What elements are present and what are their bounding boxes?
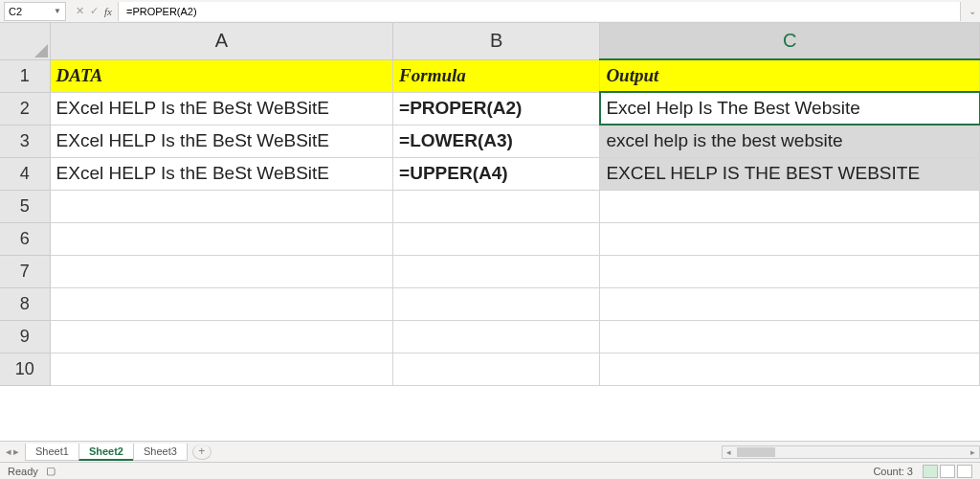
tab-prev-icon[interactable]: ◂ <box>6 445 11 458</box>
tab-next-icon[interactable]: ▸ <box>13 445 19 458</box>
tab-nav: ◂ ▸ <box>0 445 25 458</box>
cell-C10[interactable] <box>600 353 980 385</box>
expand-formula-bar-icon[interactable]: ⌄ <box>965 6 980 16</box>
cell-B7[interactable] <box>393 255 600 287</box>
cell-A10[interactable] <box>50 353 393 385</box>
cell-B8[interactable] <box>393 287 600 320</box>
accept-icon[interactable]: ✓ <box>90 5 99 17</box>
view-page-break-icon[interactable] <box>957 465 972 478</box>
scroll-thumb[interactable] <box>737 447 775 457</box>
row-header-8[interactable]: 8 <box>0 287 50 320</box>
spreadsheet-grid: A B C 1DATAFormulaOutput2EXcel HELP Is t… <box>0 23 980 435</box>
fx-icon[interactable]: fx <box>104 6 112 17</box>
col-header-C[interactable]: C <box>600 23 980 59</box>
cell-B4[interactable]: =UPPER(A4) <box>393 157 600 190</box>
cell-C3[interactable]: excel help is the best website <box>600 125 980 157</box>
cell-C9[interactable] <box>600 320 980 353</box>
cell-C6[interactable] <box>600 222 980 255</box>
row-header-5[interactable]: 5 <box>0 190 50 222</box>
name-box-value: C2 <box>9 6 22 17</box>
cell-C2[interactable]: Excel Help Is The Best Website <box>600 92 980 125</box>
cell-A1[interactable]: DATA <box>50 59 393 92</box>
horizontal-scrollbar[interactable]: ◂ ▸ <box>722 445 980 459</box>
sheet-tab-sheet3[interactable]: Sheet3 <box>133 444 188 461</box>
cell-B5[interactable] <box>393 190 600 222</box>
row-header-6[interactable]: 6 <box>0 222 50 255</box>
cell-B3[interactable]: =LOWER(A3) <box>393 125 600 157</box>
cell-A8[interactable] <box>50 287 393 320</box>
cancel-icon[interactable]: ✕ <box>76 5 84 17</box>
cell-C5[interactable] <box>600 190 980 222</box>
cell-B10[interactable] <box>393 353 600 385</box>
name-box[interactable]: C2 ▼ <box>4 2 66 21</box>
cell-A2[interactable]: EXcel HELP Is thE BeSt WeBSitE <box>50 92 393 125</box>
formula-input[interactable]: =PROPER(A2) <box>119 2 961 21</box>
cell-C4[interactable]: EXCEL HELP IS THE BEST WEBSITE <box>600 157 980 190</box>
cell-A4[interactable]: EXcel HELP Is thE BeSt WeBSitE <box>50 157 393 190</box>
col-header-B[interactable]: B <box>393 23 600 59</box>
scroll-right-icon[interactable]: ▸ <box>967 447 979 457</box>
row-header-1[interactable]: 1 <box>0 59 50 92</box>
row-header-9[interactable]: 9 <box>0 320 50 353</box>
view-page-layout-icon[interactable] <box>940 465 955 478</box>
formula-bar-buttons: ✕ ✓ fx <box>70 2 119 21</box>
status-text: Ready <box>8 466 38 477</box>
cell-A7[interactable] <box>50 255 393 287</box>
cell-B2[interactable]: =PROPER(A2) <box>393 92 600 125</box>
sheet-tab-sheet1[interactable]: Sheet1 <box>25 444 79 461</box>
cell-A9[interactable] <box>50 320 393 353</box>
cell-B1[interactable]: Formula <box>393 59 600 92</box>
cell-C1[interactable]: Output <box>600 59 980 92</box>
scroll-left-icon[interactable]: ◂ <box>723 447 735 457</box>
status-count: Count: 3 <box>873 466 913 477</box>
cell-C7[interactable] <box>600 255 980 287</box>
sheet-tabs-bar: ◂ ▸ Sheet1Sheet2Sheet3 + ◂ ▸ <box>0 441 980 462</box>
row-header-10[interactable]: 10 <box>0 353 50 385</box>
cell-A6[interactable] <box>50 222 393 255</box>
cell-A5[interactable] <box>50 190 393 222</box>
cell-A3[interactable]: EXcel HELP Is thE BeSt WeBSitE <box>50 125 393 157</box>
formula-bar: C2 ▼ ✕ ✓ fx =PROPER(A2) ⌄ <box>0 0 980 23</box>
select-all-corner[interactable] <box>0 23 50 59</box>
col-header-A[interactable]: A <box>50 23 393 59</box>
add-sheet-button[interactable]: + <box>192 445 212 460</box>
cell-B9[interactable] <box>393 320 600 353</box>
cell-B6[interactable] <box>393 222 600 255</box>
row-header-7[interactable]: 7 <box>0 255 50 287</box>
formula-input-value: =PROPER(A2) <box>126 6 197 17</box>
view-mode-buttons <box>923 465 972 478</box>
row-header-4[interactable]: 4 <box>0 157 50 190</box>
macro-record-icon[interactable]: ▢ <box>46 465 56 477</box>
row-header-2[interactable]: 2 <box>0 92 50 125</box>
row-header-3[interactable]: 3 <box>0 125 50 157</box>
chevron-down-icon[interactable]: ▼ <box>54 7 61 15</box>
cell-C8[interactable] <box>600 287 980 320</box>
view-normal-icon[interactable] <box>923 465 938 478</box>
sheet-tab-sheet2[interactable]: Sheet2 <box>78 444 134 461</box>
status-bar: Ready ▢ Count: 3 <box>0 462 980 479</box>
